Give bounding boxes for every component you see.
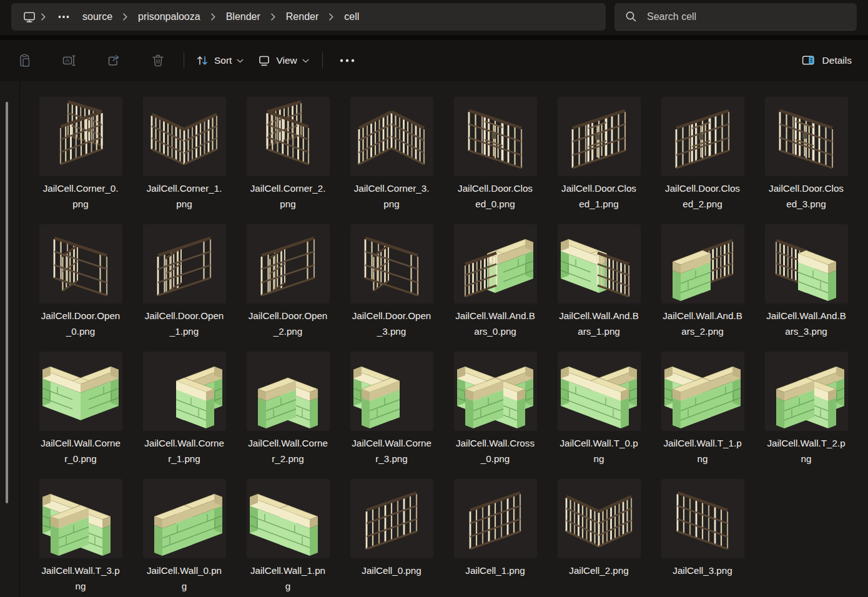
file-thumbnail [350,479,433,558]
file-item[interactable]: JailCell.Wall.And.Bars_0.png [443,224,547,352]
file-item[interactable]: JailCell.Door.Open_2.png [236,224,340,352]
file-item[interactable]: JailCell.Wall.And.Bars_1.png [547,224,651,352]
breadcrumb-chevron-icon[interactable] [210,12,216,21]
breadcrumb-segment[interactable]: Blender [220,9,266,25]
file-item[interactable]: JailCell_3.png [651,479,754,597]
file-name: JailCell.Wall.And.Bars_3.png [766,308,846,339]
delete-button[interactable] [145,48,170,73]
file-name: JailCell.Corner_3.png [352,180,432,212]
monitor-icon[interactable] [22,10,36,24]
file-item[interactable]: JailCell.Wall.T_2.png [754,352,858,479]
breadcrumb-chevron-icon[interactable] [328,12,334,21]
breadcrumb-chevron-icon[interactable] [41,12,46,21]
file-name: JailCell.Door.Closed_1.png [559,180,639,212]
breadcrumb-segment[interactable]: cell [338,9,365,25]
file-item[interactable]: JailCell.Wall_1.png [236,479,340,597]
file-item[interactable]: JailCell.Wall.Cross_0.png [443,352,547,479]
file-item[interactable]: JailCell.Door.Open_1.png [132,224,236,352]
file-thumbnail [39,224,122,303]
file-name: JailCell_2.png [559,563,639,578]
breadcrumb-chevron-icon[interactable] [122,12,128,21]
file-thumbnail [661,352,744,431]
sort-button[interactable]: Sort [195,48,244,73]
file-name: JailCell.Door.Open_2.png [248,308,328,339]
more-button[interactable] [335,48,359,73]
breadcrumb-overflow-button[interactable] [53,11,74,22]
file-thumbnail [558,479,641,558]
file-name: JailCell.Door.Open_1.png [144,308,224,339]
file-thumbnail [143,224,226,303]
file-name: JailCell.Wall.And.Bars_0.png [455,308,535,339]
file-thumbnail [247,224,330,303]
file-thumbnail [350,97,433,176]
file-item[interactable]: JailCell.Wall_0.png [132,479,236,597]
file-item[interactable]: JailCell.Door.Open_0.png [29,224,132,352]
file-name: JailCell_3.png [663,563,742,578]
file-item[interactable]: JailCell.Corner_0.png [29,97,132,224]
file-item[interactable]: JailCell.Corner_3.png [340,97,443,224]
file-thumbnail [350,352,433,431]
file-thumbnail [558,352,641,431]
file-item[interactable]: JailCell.Wall.And.Bars_3.png [754,224,858,352]
file-thumbnail [350,224,433,303]
file-thumbnail [765,352,848,431]
file-thumbnail [143,97,226,176]
file-item[interactable]: JailCell.Wall.T_1.png [651,352,754,479]
view-button[interactable]: View [257,48,308,73]
toolbar-separator [322,52,323,69]
paste-button[interactable] [12,48,37,73]
search-box[interactable] [614,3,857,31]
sort-icon [195,54,209,67]
file-thumbnail [558,97,641,176]
svg-text:A: A [66,57,70,64]
details-label: Details [822,55,852,66]
details-button[interactable]: Details [801,48,852,73]
file-thumbnail [247,352,330,431]
clipboard-icon [17,53,32,68]
file-thumbnail [558,224,641,303]
toolbar-separator [184,52,184,69]
search-input[interactable] [646,11,836,23]
file-item[interactable]: JailCell.Door.Closed_2.png [651,97,754,224]
file-item[interactable]: JailCell.Wall.Corner_2.png [236,352,340,479]
file-thumbnail [247,97,330,176]
file-item[interactable]: JailCell.Wall.T_3.png [29,479,132,597]
breadcrumb-segment[interactable]: source [77,9,118,25]
file-thumbnail [661,97,744,176]
file-item[interactable]: JailCell_1.png [443,479,547,597]
file-thumbnail [39,479,122,558]
file-item[interactable]: JailCell.Wall.T_0.png [547,352,651,479]
file-thumbnail [454,97,537,176]
file-item[interactable]: JailCell.Wall.Corner_3.png [340,352,443,479]
file-item[interactable]: JailCell.Wall.Corner_0.png [29,352,132,479]
file-item[interactable]: JailCell.Door.Closed_3.png [754,97,858,224]
file-item[interactable]: JailCell.Wall.And.Bars_2.png [651,224,754,352]
file-item[interactable]: JailCell_2.png [547,479,651,597]
rename-button[interactable]: A [57,48,82,73]
file-name: JailCell.Wall.Corner_0.png [41,435,121,466]
view-label: View [276,55,297,66]
file-item[interactable]: JailCell.Door.Closed_0.png [443,97,547,224]
command-toolbar: A [0,40,868,81]
scrollbar-thumb[interactable] [6,102,8,503]
file-item[interactable]: JailCell.Door.Open_3.png [340,224,443,352]
file-name: JailCell_0.png [352,563,432,578]
file-name: JailCell.Wall_0.png [144,563,224,594]
share-button[interactable] [101,48,126,73]
breadcrumb-chevron-icon[interactable] [270,12,276,21]
file-item[interactable]: JailCell.Door.Closed_1.png [547,97,651,224]
file-thumbnail [39,352,122,431]
file-item[interactable]: JailCell.Corner_1.png [132,97,236,224]
file-item[interactable]: JailCell.Corner_2.png [236,97,340,224]
file-grid: JailCell.Corner_0.pngJailCell.Corner_1.p… [29,97,858,597]
pane-divider [19,81,20,597]
file-list-area: JailCell.Corner_0.pngJailCell.Corner_1.p… [0,81,868,597]
file-name: JailCell.Wall_1.png [248,563,328,594]
breadcrumb-segment[interactable]: Render [280,9,324,25]
file-item[interactable]: JailCell.Wall.Corner_1.png [132,352,236,479]
breadcrumb-segment[interactable]: prisonpalooza [132,9,206,25]
file-name: JailCell.Corner_1.png [144,180,224,212]
file-thumbnail [454,224,537,303]
file-item[interactable]: JailCell_0.png [340,479,443,597]
file-name: JailCell.Wall.T_3.png [41,563,121,594]
